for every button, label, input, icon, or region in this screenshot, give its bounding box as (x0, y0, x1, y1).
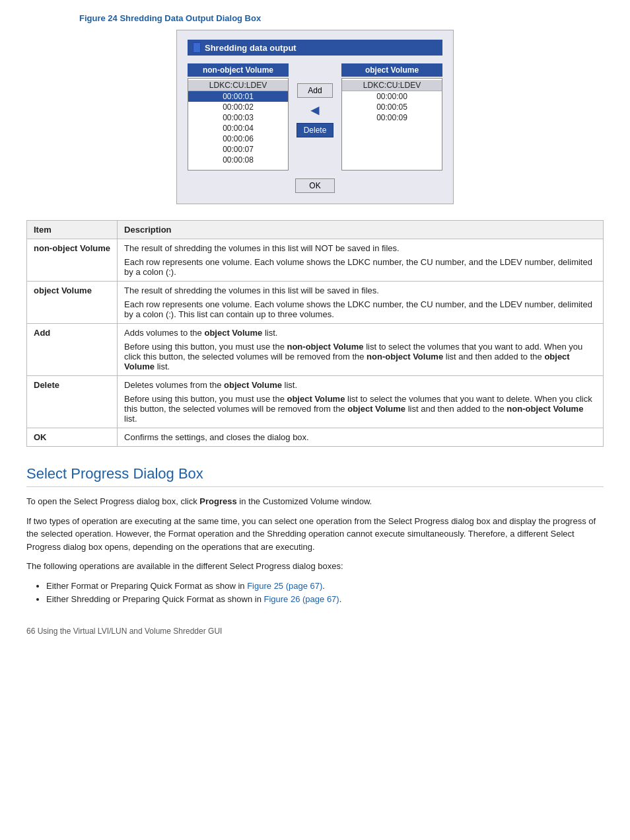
section-para3: The following operations are available i… (26, 560, 604, 573)
dialog-title-bar: Shredding data output (188, 40, 442, 56)
table-row-add: Add Adds volumes to the object Volume li… (27, 324, 604, 376)
figure25-link[interactable]: Figure 25 (page 67) (247, 581, 322, 591)
desc-non-object-p1: The result of shredding the volumes in t… (124, 243, 596, 253)
non-object-row-5[interactable]: 00:00:06 (188, 134, 288, 144)
bullet-item-2: Either Shredding or Preparing Quick Form… (46, 593, 604, 607)
add-button[interactable]: Add (297, 83, 333, 98)
desc-add-p2: Before using this button, you must use t… (124, 342, 596, 371)
non-object-ldkc-header: LDKC:CU:LDEV (188, 80, 288, 91)
non-object-row-3[interactable]: 00:00:03 (188, 112, 288, 123)
non-object-volume-list[interactable]: LDKC:CU:LDEV 00:00:01 00:00:02 00:00:03 … (188, 78, 289, 171)
non-object-volume-header: non-object Volume (188, 63, 289, 77)
item-add: Add (27, 324, 118, 376)
object-row-2[interactable]: 00:00:05 (342, 102, 442, 112)
desc-object-p2: Each row represents one volume. Each vol… (124, 299, 596, 319)
table-row-delete: Delete Deletes volumes from the object V… (27, 376, 604, 428)
col-item-header: Item (27, 221, 118, 239)
bullet-item-1: Either Format or Preparing Quick Format … (46, 580, 604, 593)
item-ok: OK (27, 428, 118, 447)
section-heading: Select Progress Dialog Box (26, 465, 604, 487)
delete-button[interactable]: Delete (297, 123, 334, 137)
object-volume-header: object Volume (341, 63, 442, 77)
desc-ok-p1: Confirms the settings, and closes the di… (124, 432, 596, 442)
bullet-text-2: Either Shredding or Preparing Quick Form… (46, 594, 264, 604)
col-desc-header: Description (118, 221, 604, 239)
object-volume-panel: object Volume LDKC:CU:LDEV 00:00:00 00:0… (341, 63, 442, 171)
bullet-list: Either Format or Preparing Quick Format … (46, 580, 604, 607)
dialog-content: non-object Volume LDKC:CU:LDEV 00:00:01 … (188, 63, 442, 171)
desc-non-object-p2: Each row represents one volume. Each vol… (124, 257, 596, 277)
desc-add: Adds volumes to the object Volume list. … (118, 324, 604, 376)
object-row-1[interactable]: 00:00:00 (342, 91, 442, 102)
section-para2: If two types of operation are executing … (26, 515, 604, 554)
desc-add-p1: Adds volumes to the object Volume list. (124, 328, 596, 338)
desc-object: The result of shredding the volumes in t… (118, 282, 604, 324)
desc-object-p1: The result of shredding the volumes in t… (124, 286, 596, 295)
non-object-row-6[interactable]: 00:00:07 (188, 144, 288, 155)
dialog-box: Shredding data output non-object Volume … (176, 30, 454, 204)
desc-delete: Deletes volumes from the object Volume l… (118, 376, 604, 428)
page-footer: 66 Using the Virtual LVI/LUN and Volume … (26, 627, 604, 636)
section-para1: To open the Select Progress dialog box, … (26, 495, 604, 508)
dialog-footer: OK (188, 178, 442, 193)
buttons-column: Add ◄ Delete (295, 63, 335, 137)
object-volume-list[interactable]: LDKC:CU:LDEV 00:00:00 00:00:05 00:00:09 (341, 78, 442, 171)
bullet-text-1: Either Format or Preparing Quick Format … (46, 581, 247, 591)
object-ldkc-header: LDKC:CU:LDEV (342, 80, 442, 91)
table-row-ok: OK Confirms the settings, and closes the… (27, 428, 604, 447)
item-object: object Volume (27, 282, 118, 324)
dialog-wrapper: Shredding data output non-object Volume … (26, 30, 604, 204)
non-object-row-4[interactable]: 00:00:04 (188, 123, 288, 134)
desc-delete-p2: Before using this button, you must use t… (124, 394, 596, 424)
non-object-row-7[interactable]: 00:00:08 (188, 155, 288, 165)
non-object-row-1[interactable]: 00:00:01 (188, 91, 288, 102)
desc-non-object: The result of shredding the volumes in t… (118, 239, 604, 282)
ok-button[interactable]: OK (295, 178, 334, 193)
arrow-left-icon: ◄ (308, 103, 322, 118)
figure-title: Figure 24 Shredding Data Output Dialog B… (26, 13, 604, 23)
table-row-non-object: non-object Volume The result of shreddin… (27, 239, 604, 282)
desc-ok: Confirms the settings, and closes the di… (118, 428, 604, 447)
description-table: Item Description non-object Volume The r… (26, 220, 604, 447)
desc-delete-p1: Deletes volumes from the object Volume l… (124, 380, 596, 390)
table-row-object: object Volume The result of shredding th… (27, 282, 604, 324)
item-non-object: non-object Volume (27, 239, 118, 282)
item-delete: Delete (27, 376, 118, 428)
object-row-3[interactable]: 00:00:09 (342, 112, 442, 123)
figure26-link[interactable]: Figure 26 (page 67) (264, 594, 339, 604)
non-object-row-2[interactable]: 00:00:02 (188, 102, 288, 112)
non-object-volume-panel: non-object Volume LDKC:CU:LDEV 00:00:01 … (188, 63, 289, 171)
